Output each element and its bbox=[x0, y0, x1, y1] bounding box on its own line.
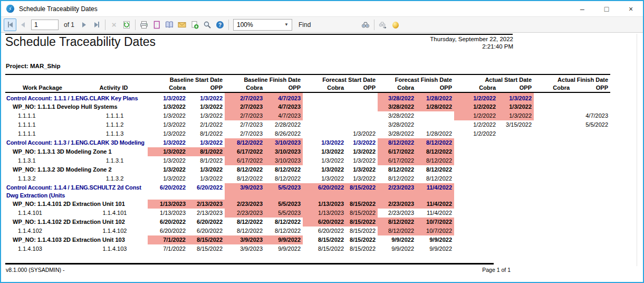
date-cell: 8/12/2022 bbox=[378, 174, 416, 183]
report-title: Schedule Traceability Dates bbox=[5, 35, 156, 49]
date-cell bbox=[416, 120, 454, 129]
date-cell: 3/9/2023 bbox=[225, 183, 265, 200]
date-cell bbox=[454, 209, 498, 218]
page-number-input[interactable] bbox=[31, 20, 59, 30]
work-package-cell: WP_NO: 1.1.3.1 3D Modeling Zone 1 bbox=[5, 147, 148, 156]
help-button[interactable]: ? bbox=[214, 18, 226, 31]
date-cell: 1/28/2022 bbox=[416, 102, 454, 111]
date-cell: 2/7/2023 bbox=[225, 129, 265, 138]
date-cell bbox=[498, 129, 534, 138]
last-page-icon bbox=[94, 22, 98, 27]
date-cell bbox=[534, 92, 572, 102]
svg-text:?: ? bbox=[218, 22, 222, 27]
date-cell: 4/7/2023 bbox=[265, 92, 303, 102]
work-package-cell: 1.1.1.1 bbox=[5, 129, 82, 138]
first-page-button[interactable] bbox=[4, 18, 16, 31]
next-page-button[interactable] bbox=[78, 18, 90, 31]
date-cell: 6/20/2022 bbox=[148, 227, 188, 235]
date-cell bbox=[534, 102, 572, 111]
work-package-cell: 1.1.4.101 bbox=[5, 209, 82, 218]
column-header-activity-id: Activity ID bbox=[82, 84, 148, 92]
date-cell: 6/20/2022 bbox=[188, 183, 225, 200]
date-cell bbox=[498, 227, 534, 235]
date-cell: 1/3/2022 bbox=[148, 156, 188, 165]
find-next-button[interactable] bbox=[377, 18, 389, 31]
close-button[interactable]: × bbox=[619, 1, 643, 16]
date-cell: 1/3/2022 bbox=[148, 174, 188, 183]
date-cell bbox=[534, 218, 572, 227]
find-binoculars-button[interactable] bbox=[359, 18, 372, 31]
date-cell bbox=[454, 218, 498, 227]
date-cell: 3/28/2022 bbox=[378, 129, 416, 138]
date-cell bbox=[454, 244, 498, 253]
date-cell: 9/9/2022 bbox=[378, 244, 416, 253]
control-account-cell: Control Account: 1.1.1 / 1.ENG.CLARK Key… bbox=[5, 92, 148, 102]
date-cell: 1/3/2022 bbox=[303, 138, 346, 147]
date-cell: 1/13/2023 bbox=[303, 209, 346, 218]
date-cell bbox=[572, 165, 610, 174]
date-cell: 8/15/2022 bbox=[346, 244, 378, 253]
date-cell: 1/3/2022 bbox=[188, 174, 225, 183]
date-cell bbox=[498, 156, 534, 165]
work-package-cell: 1.1.3.1 bbox=[5, 156, 82, 165]
date-cell bbox=[534, 174, 572, 183]
date-cell bbox=[454, 200, 498, 209]
column-header-opp: OPP bbox=[346, 84, 378, 92]
report-date: Thursday, September 22, 2022 bbox=[430, 35, 513, 43]
work-package-cell: 1.1.4.103 bbox=[5, 244, 82, 253]
export-email-button[interactable] bbox=[176, 18, 188, 31]
date-cell: 1/2/2022 bbox=[454, 129, 498, 138]
table-row-wp: WP_NO: 1.1.4.103 2D Extraction Unit 1037… bbox=[5, 235, 610, 244]
date-cell bbox=[572, 102, 610, 111]
date-cell: 1/3/2022 bbox=[148, 120, 188, 129]
date-cell: 2/1/2022 bbox=[188, 120, 225, 129]
minimize-button[interactable]: – bbox=[570, 1, 594, 16]
date-cell: 11/4/2022 bbox=[416, 200, 454, 209]
print-layout-button[interactable] bbox=[163, 18, 176, 31]
date-cell: 2/23/2023 bbox=[225, 209, 265, 218]
date-cell bbox=[572, 156, 610, 165]
column-header-opp: OPP bbox=[188, 84, 225, 92]
report-preview-area: Schedule Traceability Dates Thursday, Se… bbox=[1, 34, 643, 282]
export-button[interactable] bbox=[188, 18, 201, 31]
date-cell bbox=[498, 147, 534, 156]
find-next-icon bbox=[379, 21, 387, 29]
envelope-icon bbox=[178, 21, 186, 29]
date-cell: 8/12/2022 bbox=[378, 218, 416, 227]
cancel-rendering-button[interactable]: × bbox=[108, 18, 120, 31]
date-cell: 8/12/2022 bbox=[265, 174, 303, 183]
version-label: v8.1.000 (SYSADMIN) - bbox=[6, 267, 64, 273]
last-page-button[interactable] bbox=[90, 18, 103, 31]
date-cell: 2/7/2023 bbox=[225, 111, 265, 120]
report-time: 2:21:40 PM bbox=[430, 43, 513, 50]
date-cell: 5/5/2023 bbox=[265, 200, 303, 209]
magnifier-icon bbox=[203, 21, 212, 29]
date-cell bbox=[534, 156, 572, 165]
zoom-level-select[interactable]: 100% ▼ bbox=[233, 19, 292, 31]
activity-id-cell: 1.1.1.2 bbox=[82, 120, 148, 129]
date-cell: 8/15/2022 bbox=[346, 183, 378, 200]
table-row-detail: 1.1.3.11.1.3.11/3/20228/1/20226/17/20223… bbox=[5, 156, 610, 165]
page-setup-button[interactable] bbox=[150, 18, 163, 31]
previous-page-button[interactable] bbox=[16, 18, 29, 31]
table-row-ca: Control Account: 1.1.1 / 1.ENG.CLARK Key… bbox=[5, 92, 610, 102]
refresh-button[interactable] bbox=[120, 18, 133, 31]
print-icon bbox=[140, 21, 148, 29]
date-cell: 1/3/2022 bbox=[148, 111, 188, 120]
date-cell bbox=[498, 244, 534, 253]
date-cell: 2/23/2023 bbox=[378, 200, 416, 209]
print-button[interactable] bbox=[138, 18, 150, 31]
date-cell: 2/23/2023 bbox=[225, 200, 265, 209]
maximize-button[interactable]: □ bbox=[594, 1, 619, 16]
date-cell bbox=[534, 200, 572, 209]
find-button[interactable]: Find bbox=[299, 21, 311, 29]
date-cell: 8/12/2022 bbox=[265, 227, 303, 235]
zoom-level-value: 100% bbox=[237, 21, 253, 29]
date-cell: 9/9/2022 bbox=[416, 235, 454, 244]
highlight-ball-button[interactable] bbox=[389, 18, 402, 31]
date-cell: 8/15/2022 bbox=[346, 218, 378, 227]
table-row-wp: WP_NO: 1.1.4.101 2D Extraction Unit 1011… bbox=[5, 200, 610, 209]
zoom-tool-button[interactable] bbox=[201, 18, 214, 31]
date-cell: 8/12/2022 bbox=[416, 147, 454, 156]
column-header-opp: OPP bbox=[498, 84, 534, 92]
